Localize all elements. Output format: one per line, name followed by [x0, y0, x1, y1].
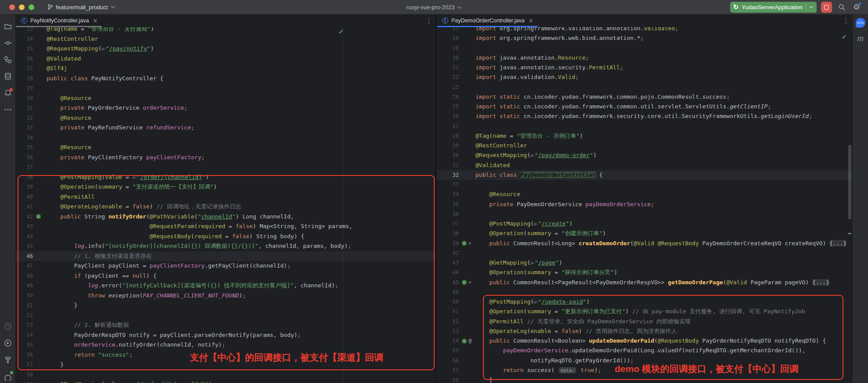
build-tool-button[interactable]	[1, 353, 14, 366]
annotated-icon[interactable]: @	[468, 336, 472, 346]
code-line[interactable]: 44 @RequestBody(required = false) String…	[16, 232, 435, 242]
minimize-window-button[interactable]	[19, 4, 25, 10]
ai-assistant-icon[interactable]: </>	[856, 18, 865, 28]
notifications-button[interactable]	[1, 86, 14, 100]
code-line[interactable]: 53 // 2. 解析通知数据	[16, 320, 435, 330]
code-line[interactable]: 54 PayOrderRespDTO notify = payClient.pa…	[16, 330, 435, 340]
code-line[interactable]: 57 }	[16, 360, 435, 370]
code-line[interactable]: 38 @Operation(summary = "创建示例订单")	[437, 229, 852, 238]
code-line[interactable]: 24import static cn.iocoder.yudao.framewo…	[437, 92, 852, 102]
code-line[interactable]: 51 }	[16, 301, 435, 311]
code-line[interactable]: 25import static cn.iocoder.yudao.framewo…	[437, 102, 852, 111]
tab-paynotifycontroller[interactable]: C PayNotifyController.java ✕	[16, 14, 102, 27]
code-line[interactable]: 41 @OperateLog(enable = false) // 回调地址，无…	[16, 202, 435, 212]
code-line[interactable]: 42 public String notifyOrder(@PathVariab…	[16, 212, 435, 222]
commit-tool-button[interactable]	[1, 36, 14, 50]
code-line[interactable]: 43 @RequestParam(required = false) Map<S…	[16, 222, 435, 232]
code-line[interactable]: 45 log.info("[notifyOrder][channelId({})…	[16, 241, 435, 251]
code-line[interactable]: 34	[16, 133, 435, 143]
request-mapping-icon[interactable]	[462, 339, 467, 344]
code-line[interactable]: 26@Validated	[16, 54, 435, 64]
maven-icon[interactable]: m	[857, 33, 864, 44]
vertical-scrollbar-thumb[interactable]	[848, 145, 851, 219]
code-line[interactable]: 53 @OperateLog(enable = false) // 禁用操作日志…	[437, 326, 852, 336]
code-line[interactable]: 23@Tag(name = "管理后台 - 支付通知")	[16, 27, 435, 34]
code-line[interactable]: 29	[16, 83, 435, 93]
code-line[interactable]: 34 @Resource	[437, 190, 852, 199]
code-line[interactable]: 57 return success( data: true);	[437, 365, 852, 375]
search-everywhere-button[interactable]	[836, 2, 847, 12]
inspections-ok-icon[interactable]: ✓	[339, 28, 344, 35]
code-line[interactable]: 17import org.springframework.validation.…	[437, 27, 852, 33]
fold-chevron-icon[interactable]: >	[468, 278, 472, 287]
code-line[interactable]: 37	[16, 162, 435, 172]
code-line[interactable]: 39 @Operation(summary = "支付渠道的统一【支付】回调")	[16, 182, 435, 192]
code-line[interactable]: 29@RestController	[437, 141, 852, 150]
code-line[interactable]: 28public class PayNotifyController {	[16, 74, 435, 84]
code-line[interactable]: 48 if (payClient == null) {	[16, 271, 435, 281]
code-line[interactable]: 18import org.springframework.web.bind.an…	[437, 33, 852, 43]
code-line[interactable]: 22import javax.validation.Valid;	[437, 72, 852, 82]
code-line[interactable]: 35 private PayDemoOrderService payDemoOr…	[437, 200, 852, 209]
code-line[interactable]: 36	[437, 209, 852, 219]
inspections-ok-icon[interactable]: ✓	[842, 33, 847, 40]
code-line[interactable]: 55 orderService.notifyOrder(channelId, n…	[16, 340, 435, 350]
services-tool-button[interactable]	[1, 370, 14, 383]
code-line[interactable]: 31 private PayOrderService orderService;	[16, 103, 435, 113]
history-tool-button[interactable]	[1, 320, 14, 333]
code-line[interactable]: 38 @PostMapping(value = ⊕˅"/order/{chann…	[16, 172, 435, 183]
code-line[interactable]: 27@Slf4j	[16, 64, 435, 74]
code-line[interactable]: 25@RequestMapping(⊕˅"/pay/notify")	[16, 44, 435, 54]
code-line[interactable]: 56 return "success";	[16, 350, 435, 360]
editor-left[interactable]: 23@Tag(name = "管理后台 - 支付通知")24@RestContr…	[16, 27, 435, 383]
code-line[interactable]: 27	[437, 122, 852, 131]
code-line[interactable]: 20import javax.annotation.Resource;	[437, 53, 852, 63]
code-line[interactable]: 37 @PostMapping(⊕˅"/create")	[437, 219, 852, 229]
code-line[interactable]: 33	[437, 180, 852, 190]
code-line[interactable]: 59 @PostMapping(value = ⊕˅"/refund/{chan…	[16, 379, 435, 383]
close-tab-icon[interactable]: ✕	[93, 18, 97, 24]
close-window-button[interactable]	[9, 4, 15, 10]
code-line[interactable]: 51 @Operation(summary = "更新示例订单为已支付") //…	[437, 307, 852, 316]
code-line[interactable]: 40 @PermitAll	[16, 192, 435, 202]
code-line[interactable]: 24@RestController	[16, 34, 435, 44]
request-mapping-icon[interactable]	[462, 280, 467, 285]
more-tools-button[interactable]	[1, 103, 14, 116]
code-line[interactable]: 35 @Resource	[16, 143, 435, 153]
structure-tool-button[interactable]	[1, 53, 14, 66]
code-line[interactable]: 46 // 1. 校验支付渠道是否存在	[16, 251, 435, 261]
code-line[interactable]: 30@RequestMapping(⊕˅"/pay/demo-order")	[437, 150, 852, 160]
run-configuration-widget[interactable]: ↻ YudaoServerApplication	[730, 2, 817, 13]
code-line[interactable]: 31@Validated	[437, 161, 852, 170]
code-line[interactable]: 21import javax.annotation.security.Permi…	[437, 63, 852, 72]
tab-paydemoordercontroller[interactable]: C PayDemoOrderController.java ✕	[437, 14, 538, 27]
code-line[interactable]: 50 throw exception(PAY_CHANNEL_CLIENT_NO…	[16, 291, 435, 301]
code-line[interactable]: 52 @PermitAll // 无需登录, 安全由 PayDemoOrderS…	[437, 317, 852, 326]
code-line[interactable]: 58 }	[437, 375, 852, 383]
editor-right[interactable]: 17import org.springframework.validation.…	[437, 27, 852, 383]
tab-options-kebab-icon[interactable]: ⋮	[423, 14, 435, 27]
code-line[interactable]: 49 log.error("[notifyCallback][渠道编号({}) …	[16, 281, 435, 291]
code-line[interactable]: 55 payDemoOrderService.updateDemoOrderPa…	[437, 346, 852, 355]
stop-button[interactable]	[821, 2, 832, 13]
fold-chevron-icon[interactable]: >	[468, 239, 472, 248]
code-line[interactable]: 56 notifyReqDTO.getPayOrderId());	[437, 356, 852, 365]
code-line[interactable]: 36 private PayClientFactory payClientFac…	[16, 153, 435, 163]
project-tool-button[interactable]	[1, 20, 14, 33]
code-line[interactable]: 50 @PostMapping(⊕˅"/update-paid")	[437, 297, 852, 307]
code-line[interactable]: 58	[16, 370, 435, 380]
code-line[interactable]: 19	[437, 43, 852, 53]
code-line[interactable]: 49	[437, 287, 852, 297]
request-mapping-icon[interactable]	[462, 241, 467, 246]
code-line[interactable]: 28@Tag(name = "管理后台 - 示例订单")	[437, 131, 852, 141]
code-line[interactable]: 52	[16, 311, 435, 321]
code-line[interactable]: 42	[437, 248, 852, 258]
git-branch-widget[interactable]: feature/mall_product	[44, 3, 118, 12]
settings-button[interactable]: ⚙	[851, 2, 862, 12]
code-line[interactable]: 26import static cn.iocoder.yudao.framewo…	[437, 111, 852, 121]
code-line[interactable]: 30 @Resource	[16, 93, 435, 104]
close-tab-icon[interactable]: ✕	[529, 18, 533, 24]
project-widget[interactable]: ruoyi-vue-pro-2023	[407, 0, 462, 14]
code-line[interactable]: 39> public CommonResult<Long> createDemo…	[437, 239, 852, 248]
code-line[interactable]: 33 private PayRefundService refundServic…	[16, 123, 435, 133]
